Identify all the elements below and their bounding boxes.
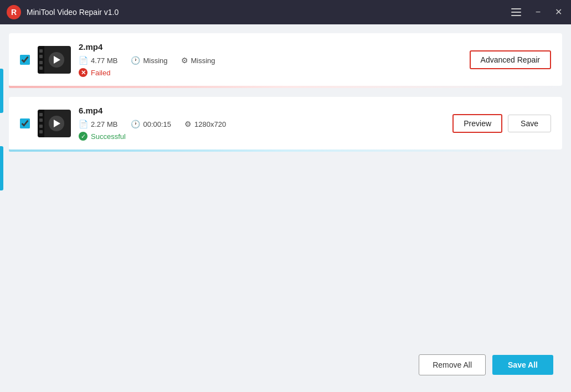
file-size-1: 📄 4.77 MB [79, 56, 117, 65]
film-dot [39, 118, 43, 122]
file-info-1: 2.mp4 📄 4.77 MB 🕐 Missing ⚙ Missing [79, 42, 462, 77]
status-icon-success: ✓ [79, 132, 88, 141]
left-accent-2 [0, 146, 3, 190]
hamburger-line-1 [511, 8, 521, 9]
film-dot [39, 55, 43, 58]
film-strip-1 [38, 46, 44, 74]
file-icon-2: 📄 [79, 120, 88, 128]
titlebar: R MiniTool Video Repair v1.0 − ✕ [0, 0, 571, 24]
clock-icon-1: 🕐 [131, 56, 140, 65]
minimize-button[interactable]: − [533, 7, 543, 18]
file-icon-1: 📄 [79, 56, 88, 65]
play-triangle-1 [54, 56, 60, 64]
remove-all-button[interactable]: Remove All [419, 354, 486, 375]
status-icon-failed: ✕ [79, 68, 88, 77]
status-label-success: Successful [91, 132, 126, 141]
close-button[interactable]: ✕ [553, 7, 564, 18]
file-checkbox-2[interactable] [20, 118, 30, 128]
hamburger-line-2 [511, 12, 521, 13]
app-title: MiniTool Video Repair v1.0 [27, 8, 509, 17]
window-controls: − ✕ [509, 6, 564, 18]
file-name-2: 6.mp4 [79, 106, 445, 115]
menu-icon[interactable] [509, 6, 523, 18]
advanced-repair-button[interactable]: Advanced Repair [470, 50, 551, 69]
video-thumbnail-1 [38, 46, 71, 74]
status-row-2: ✓ Successful [79, 132, 445, 141]
file-list: 2.mp4 📄 4.77 MB 🕐 Missing ⚙ Missing [9, 33, 562, 347]
film-strip-2 [38, 110, 44, 137]
preview-button[interactable]: Preview [452, 114, 502, 133]
card-actions-1: Advanced Repair [470, 50, 551, 69]
file-name-1: 2.mp4 [79, 42, 462, 51]
file-resolution-1: ⚙ Missing [181, 56, 215, 65]
video-thumbnail-2 [38, 110, 71, 137]
file-meta-1: 📄 4.77 MB 🕐 Missing ⚙ Missing [79, 56, 462, 65]
main-content: 2.mp4 📄 4.77 MB 🕐 Missing ⚙ Missing [0, 24, 571, 392]
clock-icon-2: 🕐 [131, 120, 140, 128]
divider-red [9, 86, 562, 88]
card-actions-2: Preview Save [452, 114, 551, 133]
film-dot [39, 130, 43, 133]
checkbox-wrap-1[interactable] [20, 55, 30, 65]
file-size-2: 📄 2.27 MB [79, 120, 117, 128]
play-triangle-2 [54, 120, 60, 127]
left-accent-1 [0, 69, 3, 113]
file-checkbox-1[interactable] [20, 55, 30, 65]
film-dot [39, 49, 43, 53]
checkbox-wrap-2[interactable] [20, 118, 30, 128]
file-info-2: 6.mp4 📄 2.27 MB 🕐 00:00:15 ⚙ 1280x720 [79, 106, 445, 141]
file-duration-2: 🕐 00:00:15 [131, 120, 171, 128]
app-logo: R [7, 5, 21, 19]
film-dot [39, 113, 43, 116]
status-row-1: ✕ Failed [79, 68, 462, 77]
file-resolution-2: ⚙ 1280x720 [184, 120, 226, 128]
play-icon-1 [49, 52, 64, 68]
hamburger-line-3 [511, 15, 521, 16]
film-dot [39, 125, 43, 128]
status-label-failed: Failed [91, 69, 110, 77]
file-duration-1: 🕐 Missing [131, 56, 167, 65]
film-dot [39, 61, 43, 64]
resolution-icon-1: ⚙ [181, 56, 188, 65]
play-icon-2 [49, 116, 64, 131]
save-button[interactable]: Save [508, 115, 551, 132]
bottom-bar: Remove All Save All [9, 347, 562, 383]
file-card-2: 6.mp4 📄 2.27 MB 🕐 00:00:15 ⚙ 1280x720 [9, 97, 562, 149]
file-card-1: 2.mp4 📄 4.77 MB 🕐 Missing ⚙ Missing [9, 33, 562, 86]
resolution-icon-2: ⚙ [184, 120, 192, 128]
file-meta-2: 📄 2.27 MB 🕐 00:00:15 ⚙ 1280x720 [79, 120, 445, 128]
film-dot [39, 66, 43, 70]
divider-blue [9, 149, 562, 152]
save-all-button[interactable]: Save All [492, 355, 553, 375]
